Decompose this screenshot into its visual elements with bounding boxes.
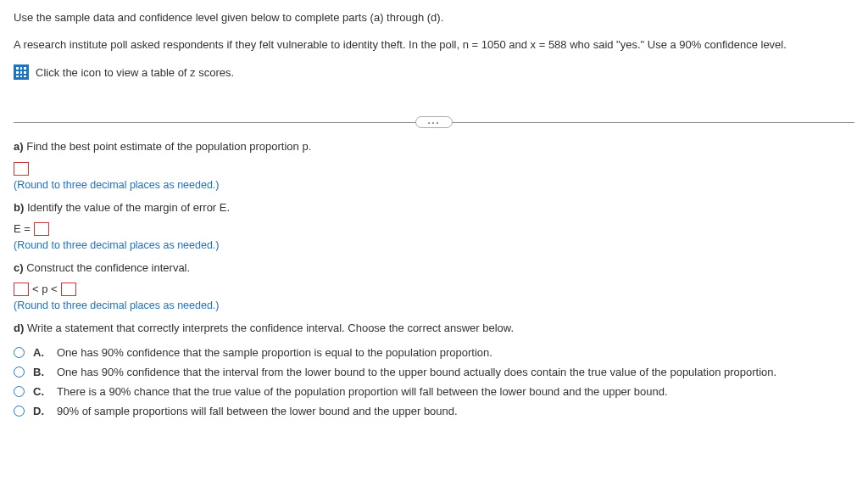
part-a-label: a) xyxy=(14,140,24,153)
part-c-label: c) xyxy=(14,261,24,274)
part-c: c) Construct the confidence interval. < … xyxy=(14,261,854,311)
choice-a[interactable]: A. One has 90% confidence that the sampl… xyxy=(14,346,854,359)
choice-b[interactable]: B. One has 90% confidence that the inter… xyxy=(14,366,854,378)
part-d: d) Write a statement that correctly inte… xyxy=(14,322,854,334)
choice-c[interactable]: C. There is a 90% chance that the true v… xyxy=(14,385,854,398)
part-c-hint: (Round to three decimal places as needed… xyxy=(14,299,854,311)
z-table-link-row: Click the icon to view a table of z scor… xyxy=(14,64,854,80)
choice-b-text: One has 90% confidence that the interval… xyxy=(57,366,854,378)
interval-mid: < p < xyxy=(32,283,58,295)
separator: ••• xyxy=(14,122,854,123)
input-p-hat[interactable] xyxy=(14,162,29,176)
part-b-text: Identify the value of the margin of erro… xyxy=(27,201,230,214)
input-upper-bound[interactable] xyxy=(61,283,76,296)
choice-d-text: 90% of sample proportions will fall betw… xyxy=(57,405,854,417)
choice-a-letter: A. xyxy=(33,346,48,359)
choice-c-letter: C. xyxy=(33,385,48,398)
choice-d[interactable]: D. 90% of sample proportions will fall b… xyxy=(14,405,854,417)
part-a-text: Find the best point estimate of the popu… xyxy=(26,140,311,153)
choice-b-letter: B. xyxy=(33,366,48,378)
part-d-label: d) xyxy=(14,322,24,334)
part-a: a) Find the best point estimate of the p… xyxy=(14,140,854,191)
choice-a-text: One has 90% confidence that the sample p… xyxy=(57,346,854,359)
part-d-text: Write a statement that correctly interpr… xyxy=(27,322,514,334)
radio-a[interactable] xyxy=(14,347,25,358)
choice-c-text: There is a 90% chance that the true valu… xyxy=(57,385,854,398)
choice-d-letter: D. xyxy=(33,405,48,417)
radio-b[interactable] xyxy=(14,367,25,378)
part-b: b) Identify the value of the margin of e… xyxy=(14,201,854,251)
input-E[interactable] xyxy=(34,222,49,236)
input-lower-bound[interactable] xyxy=(14,283,29,296)
instruction-line-1: Use the sample data and confidence level… xyxy=(14,10,854,25)
expand-icon[interactable]: ••• xyxy=(415,116,453,128)
radio-d[interactable] xyxy=(14,406,25,417)
part-b-hint: (Round to three decimal places as needed… xyxy=(14,239,854,251)
part-c-text: Construct the confidence interval. xyxy=(26,261,190,274)
part-b-label: b) xyxy=(14,201,24,214)
z-table-link-text[interactable]: Click the icon to view a table of z scor… xyxy=(36,66,234,79)
instruction-line-2: A research institute poll asked responde… xyxy=(14,37,854,53)
table-icon[interactable] xyxy=(14,64,29,80)
part-a-hint: (Round to three decimal places as needed… xyxy=(14,179,854,191)
choices: A. One has 90% confidence that the sampl… xyxy=(14,346,854,417)
eq-label-E: E = xyxy=(14,222,31,235)
radio-c[interactable] xyxy=(14,386,25,397)
